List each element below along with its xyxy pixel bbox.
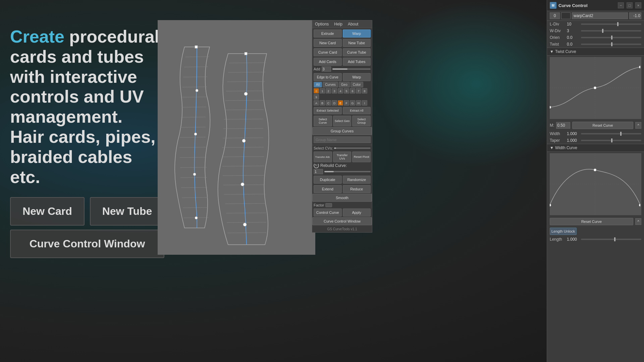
select-cvs-row: Select CVs: bbox=[314, 146, 371, 150]
width-slider[interactable] bbox=[581, 133, 641, 134]
twist-reset-curve-button[interactable]: Reset Curve bbox=[572, 122, 633, 129]
curve-name-input[interactable] bbox=[572, 12, 628, 19]
transfer-attr-button[interactable]: Transfer Attr. bbox=[314, 152, 332, 162]
add-input[interactable] bbox=[322, 66, 331, 72]
curve-control-window-button[interactable]: Curve Control Window bbox=[312, 217, 372, 225]
curve-card-button[interactable]: Curve Card bbox=[314, 48, 342, 56]
extend-button[interactable]: Extend bbox=[314, 185, 342, 193]
smooth-button[interactable]: Smooth bbox=[312, 194, 372, 202]
warp-button[interactable]: Warp bbox=[343, 29, 371, 38]
letter-b[interactable]: B bbox=[320, 100, 325, 106]
svg-point-44 bbox=[241, 183, 244, 186]
add-slider[interactable] bbox=[332, 68, 371, 70]
num-cell-2[interactable]: 2 bbox=[326, 88, 331, 94]
twist-curve-header[interactable]: ▼ Twist Curve bbox=[547, 48, 644, 56]
wdiv-slider[interactable] bbox=[581, 30, 641, 32]
width-reset-curve-button[interactable]: Reset Curve bbox=[550, 218, 633, 225]
svg-point-55 bbox=[594, 169, 596, 171]
close-button[interactable]: × bbox=[635, 2, 641, 8]
orien-slider[interactable] bbox=[581, 37, 641, 38]
m-input[interactable] bbox=[556, 122, 570, 129]
tab-geo[interactable]: Geo bbox=[339, 82, 350, 87]
select-curve-button[interactable]: Select Curve bbox=[314, 116, 332, 126]
ldiv-label: L-Div bbox=[550, 22, 565, 26]
num-cell-0[interactable]: 0 bbox=[314, 88, 319, 94]
svg-line-9 bbox=[179, 147, 206, 147]
twist-slider[interactable] bbox=[581, 44, 641, 45]
transfer-uvs-button[interactable]: Transfer UVs bbox=[333, 152, 352, 162]
viewport bbox=[158, 20, 315, 255]
width-caret-up-button[interactable]: ^ bbox=[635, 218, 641, 225]
num-cell-3[interactable]: 3 bbox=[332, 88, 337, 94]
num-cell-5[interactable]: 5 bbox=[344, 88, 349, 94]
control-curve-button[interactable]: Control Curve bbox=[314, 208, 342, 217]
width-curve-header[interactable]: ▼ Width Curve bbox=[547, 144, 644, 152]
tab-color[interactable]: Color bbox=[351, 82, 363, 87]
add-tubes-button[interactable]: Add Tubes bbox=[343, 58, 371, 66]
ldiv-slider[interactable] bbox=[581, 23, 641, 25]
twist-curve-area[interactable] bbox=[550, 57, 641, 119]
extrude-button[interactable]: Extrude bbox=[314, 29, 342, 38]
new-tube-button[interactable]: New Tube bbox=[343, 39, 371, 47]
svg-line-7 bbox=[180, 127, 206, 127]
letter-d[interactable]: D bbox=[332, 100, 337, 106]
rebuild-slider-row bbox=[314, 169, 371, 174]
tab-curves[interactable]: Curves bbox=[323, 82, 338, 87]
edge-to-curve-button[interactable]: Edge to Curve bbox=[314, 73, 342, 81]
extract-selected-button[interactable]: Extract Selected bbox=[314, 107, 342, 114]
rebuild-slider[interactable] bbox=[324, 171, 371, 172]
curve-tube-button[interactable]: Curve Tube bbox=[343, 48, 371, 56]
menu-options[interactable]: Options bbox=[312, 20, 331, 28]
curve-color-swatch[interactable] bbox=[561, 12, 571, 19]
letter-g[interactable]: G bbox=[350, 100, 355, 106]
add-cards-button[interactable]: Add Cards bbox=[314, 58, 342, 66]
curve-val-input[interactable] bbox=[629, 12, 641, 19]
rebuild-input[interactable] bbox=[314, 169, 323, 174]
group-name-input[interactable] bbox=[314, 136, 371, 143]
menu-about[interactable]: About bbox=[345, 20, 361, 28]
letter-c[interactable]: C bbox=[326, 100, 331, 106]
menu-help[interactable]: Help bbox=[331, 20, 345, 28]
num-cell-4[interactable]: 4 bbox=[338, 88, 343, 94]
taper-slider[interactable] bbox=[581, 140, 641, 141]
hero-new-tube-button[interactable]: New Tube bbox=[90, 197, 164, 226]
curve-num-input[interactable] bbox=[550, 12, 560, 19]
maximize-button[interactable]: □ bbox=[627, 2, 633, 8]
length-unlock-button[interactable]: Length Unlock bbox=[550, 228, 577, 235]
letter-i[interactable]: I bbox=[362, 100, 367, 106]
duplicate-button[interactable]: Duplicate bbox=[314, 176, 342, 184]
extract-all-button[interactable]: Extract All bbox=[343, 107, 371, 114]
num-cell-9[interactable]: 9 bbox=[314, 94, 319, 100]
num-cell-8[interactable]: 8 bbox=[362, 88, 367, 94]
select-cvs-slider[interactable] bbox=[334, 147, 371, 149]
svg-line-28 bbox=[224, 119, 263, 119]
width-curve-label: Width Curve bbox=[555, 145, 577, 150]
warp2-button[interactable]: Warp bbox=[343, 73, 371, 81]
randomize-button[interactable]: Randomize bbox=[343, 176, 371, 184]
letter-f[interactable]: F bbox=[344, 100, 349, 106]
letter-a[interactable]: A bbox=[314, 100, 319, 106]
select-geo-button[interactable]: Select Geo bbox=[333, 116, 352, 126]
apply-button[interactable]: Apply bbox=[343, 208, 371, 217]
group-curves-button[interactable]: Group Curves bbox=[312, 127, 372, 135]
num-cell-7[interactable]: 7 bbox=[356, 88, 361, 94]
letter-e[interactable]: E bbox=[338, 100, 343, 106]
hero-new-card-button[interactable]: New Card bbox=[10, 197, 85, 226]
minimize-button[interactable]: − bbox=[618, 2, 624, 8]
new-card-button[interactable]: New Card bbox=[314, 39, 342, 47]
length-slider[interactable] bbox=[581, 239, 641, 240]
version-text: GS CurveTools v1.1 bbox=[312, 226, 372, 232]
width-curve-area[interactable] bbox=[550, 153, 641, 215]
num-cell-1[interactable]: 1 bbox=[320, 88, 325, 94]
tab-all[interactable]: All bbox=[314, 82, 322, 87]
select-group-button[interactable]: Select Group bbox=[352, 116, 371, 126]
hero-curve-control-button[interactable]: Curve Control Window bbox=[10, 230, 164, 258]
length-value: 1.000 bbox=[567, 237, 579, 242]
num-cell-6[interactable]: 6 bbox=[350, 88, 355, 94]
letter-h[interactable]: H bbox=[356, 100, 361, 106]
width-curve-svg bbox=[550, 153, 640, 215]
reset-pivot-button[interactable]: Reset Pivot bbox=[352, 152, 371, 162]
factor-slider[interactable] bbox=[325, 203, 332, 207]
reduce-button[interactable]: Reduce bbox=[343, 185, 371, 193]
twist-caret-up-button[interactable]: ^ bbox=[635, 122, 641, 129]
